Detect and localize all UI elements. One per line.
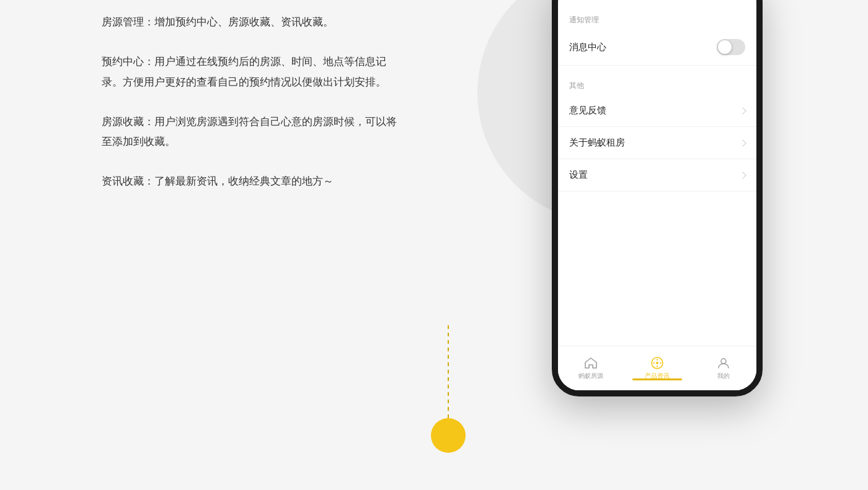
- text-content-1: 房源管理：增加预约中心、房源收藏、资讯收藏。: [102, 16, 334, 28]
- feedback-label: 意见反馈: [569, 105, 606, 116]
- phone-section: 通知管理 消息中心 其他 意见反馈: [446, 0, 868, 490]
- deco-line: [448, 325, 449, 418]
- nav-item-1[interactable]: 蚂蚁房源: [558, 356, 624, 380]
- about-label: 关于蚂蚁租房: [569, 137, 625, 149]
- settings-item-message[interactable]: 消息中心: [558, 29, 756, 66]
- settings-item-about[interactable]: 关于蚂蚁租房: [558, 127, 756, 159]
- deco-circle: [431, 418, 466, 453]
- phone-screen: 通知管理 消息中心 其他 意见反馈: [558, 0, 756, 390]
- feedback-right: [740, 108, 745, 113]
- phone-mockup: 通知管理 消息中心 其他 意见反馈: [552, 0, 763, 396]
- settings-item-feedback[interactable]: 意见反馈: [558, 95, 756, 127]
- toggle-knob: [718, 40, 732, 54]
- nav-item-2[interactable]: 产品资讯: [624, 356, 691, 380]
- text-content-3: 房源收藏：用户浏览房源遇到符合自己心意的房源时候，可以将至添加到收藏。: [102, 116, 397, 147]
- chevron-icon-about: [739, 139, 746, 146]
- text-block-4: 资讯收藏：了解最新资讯，收纳经典文章的地方～: [102, 172, 397, 191]
- settings-item-settings[interactable]: 设置: [558, 159, 756, 191]
- settings-label: 设置: [569, 169, 588, 181]
- bottom-nav: 蚂蚁房源: [558, 346, 756, 390]
- chevron-icon-feedback: [739, 107, 746, 114]
- svg-point-6: [721, 359, 726, 364]
- text-block-2: 预约中心：用户通过在线预约后的房源、时间、地点等信息记录。方便用户更好的查看自己…: [102, 52, 397, 92]
- nav-item-3[interactable]: 我的: [690, 356, 756, 380]
- user-icon: [717, 356, 730, 370]
- text-block-3: 房源收藏：用户浏览房源遇到符合自己心意的房源时候，可以将至添加到收藏。: [102, 112, 397, 152]
- message-toggle[interactable]: [717, 39, 745, 55]
- nav-active-bar: [632, 378, 682, 380]
- deco-line-container: [431, 325, 466, 453]
- section-label-other: 其他: [558, 72, 756, 95]
- nav-label-1: 蚂蚁房源: [578, 372, 603, 380]
- section-label-notify: 通知管理: [558, 6, 756, 29]
- house-icon: [584, 356, 598, 370]
- text-block-1: 房源管理：增加预约中心、房源收藏、资讯收藏。: [102, 12, 397, 32]
- chevron-icon-settings: [739, 172, 746, 178]
- toggle-container: [717, 39, 745, 55]
- text-content-2: 预约中心：用户通过在线预约后的房源、时间、地点等信息记录。方便用户更好的查看自己…: [102, 56, 386, 87]
- about-right: [740, 141, 745, 146]
- settings-group-other: 其他 意见反馈 关于蚂蚁租房 设置: [558, 72, 756, 191]
- main-container: 房源管理：增加预约中心、房源收藏、资讯收藏。 预约中心：用户通过在线预约后的房源…: [0, 0, 868, 490]
- text-section: 房源管理：增加预约中心、房源收藏、资讯收藏。 预约中心：用户通过在线预约后的房源…: [0, 0, 446, 490]
- text-content-4: 资讯收藏：了解最新资讯，收纳经典文章的地方～: [102, 175, 334, 187]
- message-center-label: 消息中心: [569, 42, 606, 53]
- settings-right: [740, 173, 745, 178]
- nav-label-3: 我的: [717, 372, 730, 380]
- compass-icon: [650, 356, 664, 370]
- svg-point-1: [656, 362, 658, 364]
